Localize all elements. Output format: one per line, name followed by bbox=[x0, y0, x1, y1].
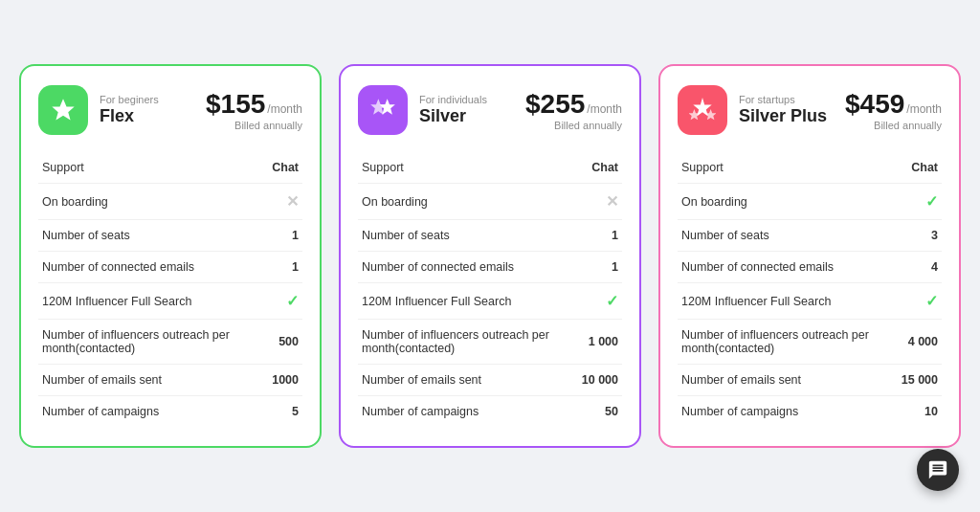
svg-marker-4 bbox=[689, 109, 700, 120]
cross-icon: ✕ bbox=[606, 193, 618, 210]
plan-subtitle-silver: For individuals bbox=[419, 94, 514, 105]
feature-label: Number of campaigns bbox=[38, 396, 268, 428]
plan-billed-silver-plus: Billed annually bbox=[845, 120, 942, 131]
feature-value: ✓ bbox=[898, 283, 942, 320]
svg-marker-0 bbox=[52, 99, 74, 120]
feature-label: Support bbox=[678, 152, 898, 184]
feature-label: Number of seats bbox=[38, 220, 268, 252]
feature-value: ✓ bbox=[898, 184, 942, 220]
feature-value: ✕ bbox=[578, 184, 622, 220]
plan-title-block-flex: For beginersFlex bbox=[100, 94, 194, 126]
plan-header-flex: For beginersFlex$155/monthBilled annuall… bbox=[38, 85, 302, 135]
table-row: Number of seats1 bbox=[38, 220, 302, 252]
table-row: SupportChat bbox=[358, 152, 622, 184]
feature-label: On boarding bbox=[678, 184, 898, 220]
feature-value: 1 bbox=[268, 220, 302, 252]
feature-value: ✓ bbox=[578, 283, 622, 320]
feature-value: 10 bbox=[898, 396, 942, 428]
plan-title-block-silver: For individualsSilver bbox=[419, 94, 514, 126]
table-row: Number of influencers outreach per month… bbox=[358, 320, 622, 365]
table-row: Number of campaigns5 bbox=[38, 396, 302, 428]
feature-label: On boarding bbox=[38, 184, 268, 220]
feature-label: Number of campaigns bbox=[678, 396, 898, 428]
plan-per-flex: /month bbox=[267, 102, 302, 116]
feature-value: ✕ bbox=[268, 184, 302, 220]
feature-value: 500 bbox=[268, 320, 302, 365]
feature-label: 120M Influencer Full Search bbox=[358, 283, 578, 320]
plan-subtitle-flex: For beginers bbox=[100, 94, 194, 105]
table-row: Number of emails sent10 000 bbox=[358, 365, 622, 396]
pricing-container: For beginersFlex$155/monthBilled annuall… bbox=[19, 64, 961, 448]
feature-label: Number of emails sent bbox=[38, 365, 268, 396]
plan-header-silver: For individualsSilver$255/monthBilled an… bbox=[358, 85, 622, 135]
plan-price-block-silver-plus: $459/monthBilled annually bbox=[845, 89, 942, 131]
check-icon: ✓ bbox=[925, 293, 938, 309]
feature-value: 4 bbox=[898, 252, 942, 283]
plan-per-silver-plus: /month bbox=[906, 102, 942, 116]
plan-name-flex: Flex bbox=[100, 106, 194, 126]
plan-price-block-silver: $255/monthBilled annually bbox=[525, 89, 622, 131]
feature-value: 10 000 bbox=[578, 365, 622, 396]
cross-icon: ✕ bbox=[286, 193, 299, 210]
table-row: 120M Influencer Full Search✓ bbox=[38, 283, 302, 320]
plan-billed-silver: Billed annually bbox=[525, 120, 622, 131]
plan-price-flex: $155 bbox=[206, 89, 265, 120]
plan-header-silver-plus: For startupsSilver Plus$459/monthBilled … bbox=[678, 85, 942, 135]
plan-name-silver-plus: Silver Plus bbox=[739, 106, 834, 126]
feature-label: Number of campaigns bbox=[358, 396, 578, 428]
table-row: Number of seats1 bbox=[358, 220, 622, 252]
feature-label: Support bbox=[38, 152, 268, 184]
plan-price-silver: $255 bbox=[525, 89, 585, 120]
feature-label: Number of emails sent bbox=[678, 365, 898, 396]
feature-value: ✓ bbox=[268, 283, 302, 320]
plan-price-silver-plus: $459 bbox=[845, 89, 904, 120]
plan-title-block-silver-plus: For startupsSilver Plus bbox=[739, 94, 834, 126]
feature-value: Chat bbox=[268, 152, 302, 184]
feature-label: Number of seats bbox=[678, 220, 898, 252]
feature-value: 3 bbox=[898, 220, 942, 252]
feature-label: Number of influencers outreach per month… bbox=[678, 320, 898, 365]
feature-label: Number of connected emails bbox=[38, 252, 268, 283]
feature-value: 5 bbox=[268, 396, 302, 428]
table-row: Number of campaigns10 bbox=[678, 396, 942, 428]
plan-price-block-flex: $155/monthBilled annually bbox=[206, 89, 302, 131]
feature-value: 1 bbox=[578, 252, 622, 283]
table-row: Number of influencers outreach per month… bbox=[38, 320, 302, 365]
plan-card-flex: For beginersFlex$155/monthBilled annuall… bbox=[19, 64, 322, 448]
plan-billed-flex: Billed annually bbox=[206, 120, 302, 131]
feature-value: 15 000 bbox=[898, 365, 942, 396]
chat-support-button[interactable] bbox=[917, 449, 959, 491]
table-row: Number of campaigns50 bbox=[358, 396, 622, 428]
feature-label: 120M Influencer Full Search bbox=[678, 283, 898, 320]
check-icon: ✓ bbox=[286, 293, 299, 309]
features-table-silver: SupportChatOn boarding✕Number of seats1N… bbox=[358, 152, 622, 427]
plan-icon-silver-plus bbox=[678, 85, 727, 135]
table-row: On boarding✕ bbox=[358, 184, 622, 220]
plan-card-silver-plus: For startupsSilver Plus$459/monthBilled … bbox=[658, 64, 961, 448]
feature-value: 50 bbox=[578, 396, 622, 428]
check-icon: ✓ bbox=[925, 193, 938, 210]
feature-label: 120M Influencer Full Search bbox=[38, 283, 268, 320]
feature-value: 1000 bbox=[268, 365, 302, 396]
table-row: SupportChat bbox=[678, 152, 942, 184]
features-table-silver-plus: SupportChatOn boarding✓Number of seats3N… bbox=[678, 152, 942, 427]
table-row: Number of emails sent1000 bbox=[38, 365, 302, 396]
table-row: SupportChat bbox=[38, 152, 302, 184]
table-row: Number of connected emails4 bbox=[678, 252, 942, 283]
feature-label: Number of seats bbox=[358, 220, 578, 252]
table-row: Number of seats3 bbox=[678, 220, 942, 252]
feature-value: 1 bbox=[578, 220, 622, 252]
feature-label: Number of connected emails bbox=[358, 252, 578, 283]
check-icon: ✓ bbox=[606, 293, 618, 309]
feature-value: Chat bbox=[578, 152, 622, 184]
table-row: 120M Influencer Full Search✓ bbox=[358, 283, 622, 320]
feature-value: Chat bbox=[898, 152, 942, 184]
feature-value: 4 000 bbox=[898, 320, 942, 365]
feature-label: On boarding bbox=[358, 184, 578, 220]
plan-per-silver: /month bbox=[587, 102, 622, 116]
features-table-flex: SupportChatOn boarding✕Number of seats1N… bbox=[38, 152, 302, 427]
feature-label: Number of influencers outreach per month… bbox=[358, 320, 578, 365]
table-row: 120M Influencer Full Search✓ bbox=[678, 283, 942, 320]
table-row: On boarding✓ bbox=[678, 184, 942, 220]
plan-subtitle-silver-plus: For startups bbox=[739, 94, 834, 105]
